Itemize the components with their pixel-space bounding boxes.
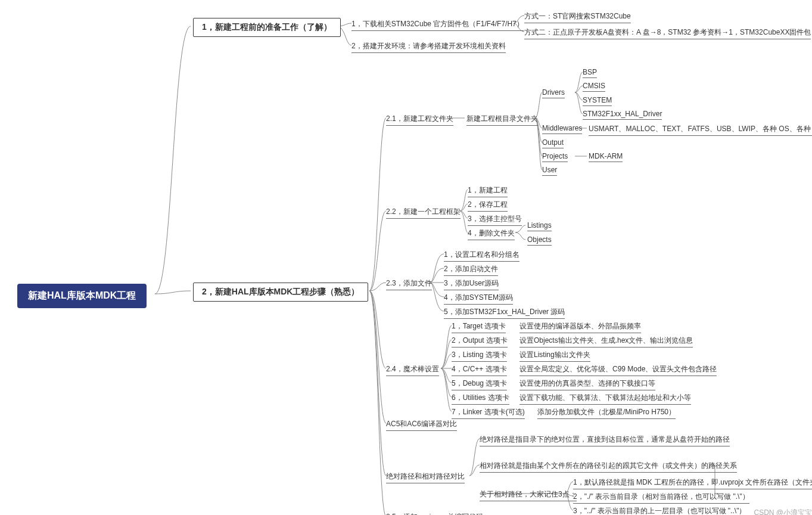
s23-i2: 2，添加启动文件: [444, 263, 498, 276]
path-rel-i2: 2，"./" 表示当前目录（相对当前路径，也可以写做 ".\"）: [573, 491, 749, 504]
s21-drivers-hal: STM32F1xx_HAL_Driver: [583, 108, 662, 120]
watermark: CSDN @小浪宝宝: [754, 508, 812, 515]
s21-output: Output: [542, 137, 564, 148]
s21-drivers-bsp: BSP: [583, 67, 597, 78]
path-compare-title: 绝对路径和相对路径对比: [386, 470, 465, 483]
s21-drivers-cmsis: CMSIS: [583, 80, 605, 92]
s24-r2a: 3，Listing 选项卡: [452, 349, 507, 362]
s21-sub: 新建工程根目录文件夹: [466, 113, 538, 126]
s24-r2b: 设置Listing输出文件夹: [519, 349, 590, 362]
s23-i3: 3，添加User源码: [444, 277, 499, 290]
s23-i1: 1，设置工程名和分组名: [444, 249, 519, 262]
s21-projects-desc: MDK-ARM: [589, 151, 623, 162]
branch-1: 1，新建工程前的准备工作（了解）: [193, 18, 341, 37]
s24-r1b: 设置Objects输出文件夹、生成.hex文件、输出浏览信息: [519, 334, 693, 348]
s24-r1a: 2，Output 选项卡: [452, 334, 508, 348]
s24-r6b: 添加分散加载文件（北极星/MiniPro H750）: [537, 406, 676, 419]
b1-env: 2，搭建开发环境：请参考搭建开发环境相关资料: [351, 40, 506, 53]
branch-2: 2，新建HAL库版本MDK工程步骤（熟悉）: [193, 283, 368, 302]
s22-title: 2.2，新建一个工程框架: [386, 206, 461, 219]
s22-i4: 4，删除文件夹: [468, 227, 515, 240]
s21-user: User: [542, 165, 557, 176]
s21-middlewares-desc: USMART、MALLOC、TEXT、FATFS、USB、LWIP、各种 OS、…: [589, 123, 812, 136]
ac5-ac6: AC5和AC6编译器对比: [386, 418, 457, 431]
s24-r3a: 4，C/C++ 选项卡: [452, 363, 507, 376]
s24-r0a: 1，Target 选项卡: [452, 320, 506, 333]
s21-projects: Projects: [542, 151, 568, 162]
b1-method2: 方式二：正点原子开发板A盘资料：A 盘→8，STM32 参考资料→1，STM32…: [524, 26, 811, 39]
s24-r5b: 设置下载功能、下载算法、下载算法起始地址和大小等: [519, 392, 691, 405]
s22-del-listings: Listings: [527, 220, 552, 231]
root-node: 新建HAL库版本MDK工程: [17, 284, 147, 308]
b1-download: 1，下载相关STM32Cube 官方固件包（F1/F4/F7/H7）: [351, 18, 524, 31]
path-rel-note: 关于相对路径，大家记住3点：: [480, 488, 577, 501]
s24-r0b: 设置使用的编译器版本、外部晶振频率: [519, 320, 641, 333]
s24-r4b: 设置使用的仿真器类型、选择的下载接口等: [519, 377, 655, 390]
s21-drivers: Drivers: [542, 87, 565, 98]
b1-method1: 方式一：ST官网搜索STM32Cube: [524, 10, 631, 23]
s23-i4: 4，添加SYSTEM源码: [444, 291, 513, 305]
s24-title: 2.4，魔术棒设置: [386, 363, 439, 376]
s25: 2.5，添加 main.c，并编写代码: [386, 511, 483, 515]
s21-title: 2.1，新建工程文件夹: [386, 113, 453, 126]
s22-i1: 1，新建工程: [468, 184, 508, 197]
s24-r6a: 7，Linker 选项卡(可选): [452, 406, 525, 419]
s24-r3b: 设置全局宏定义、优化等级、C99 Mode、设置头文件包含路径: [519, 363, 717, 376]
s22-del-objects: Objects: [527, 234, 552, 246]
path-rel-i1: 1，默认路径就是指 MDK 工程所在的路径，即.uvprojx 文件所在路径（文…: [573, 476, 812, 489]
s21-drivers-system: SYSTEM: [583, 95, 612, 106]
s22-i3: 3，选择主控型号: [468, 213, 522, 226]
path-abs: 绝对路径是指目录下的绝对位置，直接到达目标位置，通常是从盘符开始的路径: [480, 433, 730, 446]
s24-r5a: 6，Utilities 选项卡: [452, 392, 509, 405]
s24-r4a: 5，Debug 选项卡: [452, 377, 507, 390]
path-rel: 相对路径就是指由某个文件所在的路径引起的跟其它文件（或文件夹）的路径关系: [480, 460, 737, 473]
s22-i2: 2，保存工程: [468, 198, 508, 212]
s23-title: 2.3，添加文件: [386, 277, 432, 290]
path-rel-i3: 3，"../" 表示当前目录的上一层目录（也可以写做 "..\"）: [573, 505, 746, 515]
s21-middlewares: Middlewares: [542, 123, 582, 134]
s23-i5: 5，添加STM32F1xx_HAL_Driver 源码: [444, 306, 565, 319]
